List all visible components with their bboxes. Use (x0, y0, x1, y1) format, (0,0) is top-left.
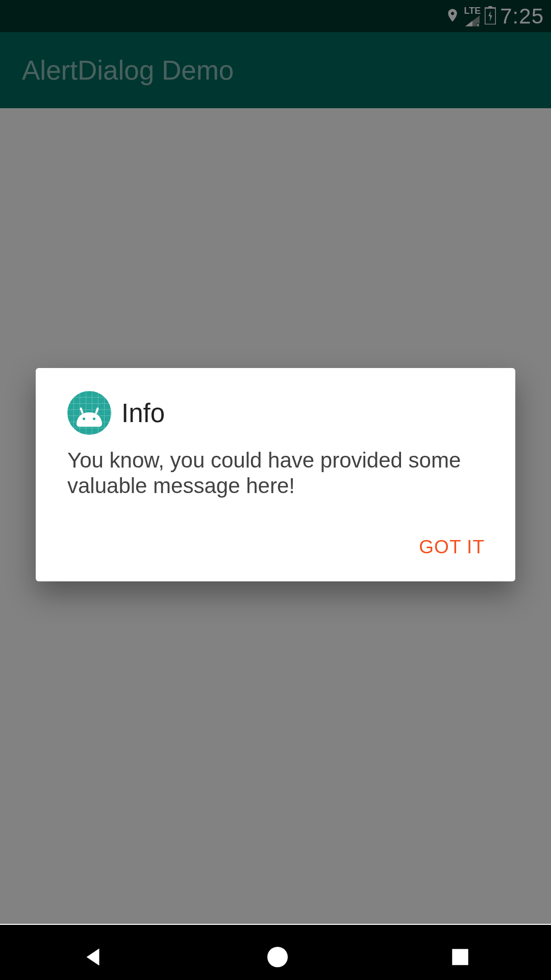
alert-dialog: Info You know, you could have provided s… (36, 368, 515, 581)
recents-button[interactable] (449, 946, 471, 969)
back-button[interactable] (80, 944, 106, 971)
dialog-message: You know, you could have provided some v… (36, 448, 515, 527)
dialog-title-row: Info (36, 368, 515, 448)
got-it-button[interactable]: GOT IT (404, 527, 500, 567)
svg-rect-4 (453, 949, 469, 965)
dialog-actions: GOT IT (36, 527, 515, 572)
dialog-title: Info (121, 398, 165, 428)
android-icon (67, 391, 111, 435)
home-button[interactable] (265, 945, 290, 971)
navigation-bar (0, 925, 551, 980)
svg-point-3 (267, 947, 288, 967)
